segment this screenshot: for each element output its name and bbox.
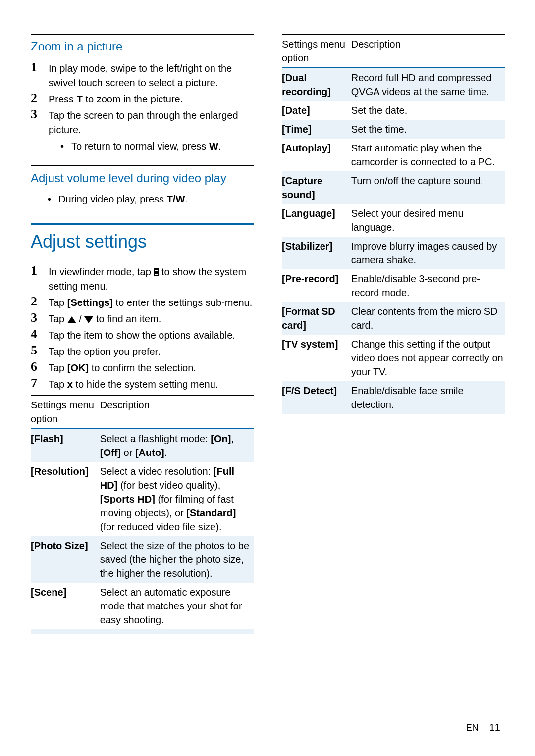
step-text: Press T to zoom in the picture. <box>49 91 254 106</box>
table-trailing-shade <box>31 629 254 634</box>
bullet-dot: • <box>48 192 52 206</box>
table-cell-desc: Start automatic play when the camcorder … <box>351 139 505 171</box>
step-text: Tap [OK] to confirm the selection. <box>49 360 254 375</box>
bullet-text: During video play, press T/W. <box>58 192 188 206</box>
rule <box>31 34 254 35</box>
table-cell-option: [Flash] <box>31 429 100 462</box>
table-row: [Flash]Select a flashlight mode: [On], [… <box>31 429 254 462</box>
table-row: [Format SD card]Clear contents from the … <box>282 302 505 335</box>
table-header-desc: Description <box>100 395 254 429</box>
table-cell-desc: Set the date. <box>351 101 505 120</box>
table-row: [Time]Set the time. <box>282 120 505 139</box>
table-cell-option: [Date] <box>282 101 351 120</box>
table-cell-option: [Capture sound] <box>282 171 351 204</box>
table-row: [Pre-record]Enable/disable 3-second pre-… <box>282 269 505 302</box>
zoom-steps: 1In play mode, swipe to the left/right o… <box>31 60 254 153</box>
table-row: [Resolution]Select a video resolution: [… <box>31 462 254 536</box>
menu-icon <box>154 268 159 276</box>
page-footer: EN 11 <box>466 722 500 733</box>
step-number: 1 <box>31 264 41 294</box>
section-heading-adjust: Adjust settings <box>31 231 254 252</box>
step-number: 3 <box>31 311 41 326</box>
footer-lang: EN <box>466 723 479 733</box>
volume-bullets: •During video play, press T/W. <box>31 192 254 206</box>
step-number: 7 <box>31 376 41 392</box>
table-row: [Autoplay]Start automatic play when the … <box>282 139 505 171</box>
table-cell-desc: Change this setting if the output video … <box>351 335 505 381</box>
table-cell-option: [Time] <box>282 120 351 139</box>
table-row: [TV system]Change this setting if the ou… <box>282 335 505 381</box>
table-cell-desc: Turn on/off the capture sound. <box>351 171 505 204</box>
table-cell-option: [Dual recording] <box>282 68 351 101</box>
sub-bullet: • To return to normal view, press W. <box>49 139 254 153</box>
step-number: 2 <box>31 91 41 106</box>
table-cell-desc: Enable/disable face smile detection. <box>351 381 505 414</box>
step-number: 6 <box>31 360 41 375</box>
step-text: Tap the option you prefer. <box>49 344 254 359</box>
footer-page: 11 <box>489 722 500 733</box>
table-cell-option: [TV system] <box>282 335 351 381</box>
step-number: 4 <box>31 327 41 343</box>
table-cell-desc: Select your desired menu language. <box>351 204 505 237</box>
table-cell-option: [F/S Detect] <box>282 381 351 414</box>
table-header-option: Settings menu option <box>31 395 100 429</box>
settings-table-left: Settings menu option Description [Flash]… <box>31 395 254 629</box>
adjust-steps: 1In viewfinder mode, tap to show the sys… <box>31 264 254 392</box>
table-row: [Photo Size]Select the size of the photo… <box>31 536 254 583</box>
step-text: In viewfinder mode, tap to show the syst… <box>49 264 254 294</box>
table-cell-desc: Select an automatic exposure mode that m… <box>100 583 254 629</box>
table-cell-option: [Stabilizer] <box>282 237 351 269</box>
table-row: [F/S Detect]Enable/disable face smile de… <box>282 381 505 414</box>
table-row: [Stabilizer]Improve blurry images caused… <box>282 237 505 269</box>
table-row: [Dual recording]Record full HD and compr… <box>282 68 505 101</box>
step-number: 3 <box>31 107 41 153</box>
table-cell-option: [Scene] <box>31 583 100 629</box>
sub-heading-volume: Adjust volume level during video play <box>31 171 254 185</box>
step-number: 1 <box>31 60 41 90</box>
table-cell-desc: Set the time. <box>351 120 505 139</box>
table-cell-option: [Pre-record] <box>282 269 351 302</box>
table-cell-desc: Clear contents from the micro SD card. <box>351 302 505 335</box>
table-row: [Scene]Select an automatic exposure mode… <box>31 583 254 629</box>
table-cell-desc: Select the size of the photos to be save… <box>100 536 254 583</box>
table-cell-option: [Language] <box>282 204 351 237</box>
table-header-option: Settings menu option <box>282 34 351 68</box>
section-rule <box>31 223 254 225</box>
step-text: Tap / to find an item. <box>49 311 254 326</box>
table-cell-desc: Enable/disable 3-second pre-record mode. <box>351 269 505 302</box>
step-number: 5 <box>31 344 41 359</box>
bullet-dot: • <box>60 139 64 153</box>
table-cell-option: [Format SD card] <box>282 302 351 335</box>
table-row: [Capture sound]Turn on/off the capture s… <box>282 171 505 204</box>
rule <box>31 165 254 166</box>
table-cell-desc: Select a flashlight mode: [On], [Off] or… <box>100 429 254 462</box>
step-text: Tap x to hide the system setting menu. <box>49 376 254 392</box>
table-cell-option: [Resolution] <box>31 462 100 536</box>
table-header-desc: Description <box>351 34 505 68</box>
step-text: In play mode, swipe to the left/right on… <box>49 60 254 90</box>
table-body-left: [Flash]Select a flashlight mode: [On], [… <box>31 429 254 629</box>
table-cell-option: [Photo Size] <box>31 536 100 583</box>
step-text-inner: Tap the screen to pan through the enlarg… <box>49 110 238 135</box>
table-row: [Language]Select your desired menu langu… <box>282 204 505 237</box>
table-cell-desc: Record full HD and compressed QVGA video… <box>351 68 505 101</box>
step-number: 2 <box>31 295 41 310</box>
sub-heading-zoom: Zoom in a picture <box>31 40 254 53</box>
step-text: Tap the item to show the options availab… <box>49 327 254 343</box>
table-cell-option: [Autoplay] <box>282 139 351 171</box>
table-cell-desc: Select a video resolution: [Full HD] (fo… <box>100 462 254 536</box>
table-row: [Date]Set the date. <box>282 101 505 120</box>
settings-table-right: Settings menu option Description [Dual r… <box>282 34 505 414</box>
table-body-right: [Dual recording]Record full HD and compr… <box>282 68 505 414</box>
left-column: Zoom in a picture 1In play mode, swipe t… <box>31 34 254 634</box>
right-column: Settings menu option Description [Dual r… <box>282 34 505 634</box>
step-text: Tap [Settings] to enter the settings sub… <box>49 295 254 310</box>
up-arrow-icon <box>67 316 76 323</box>
table-cell-desc: Improve blurry images caused by camera s… <box>351 237 505 269</box>
sub-bullet-text: To return to normal view, press W. <box>71 139 221 153</box>
down-arrow-icon <box>84 316 93 323</box>
step-text: Tap the screen to pan through the enlarg… <box>49 107 254 153</box>
